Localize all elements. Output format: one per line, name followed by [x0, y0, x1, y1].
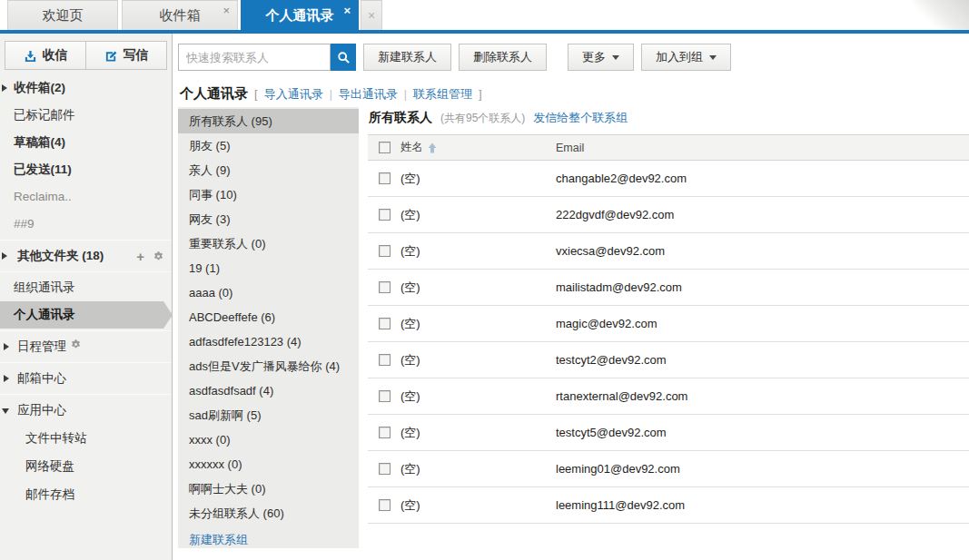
- folder-inbox[interactable]: 收件箱(2): [0, 74, 172, 102]
- row-checkbox[interactable]: [379, 390, 391, 402]
- table-row[interactable]: (空) testcyt2@dev92.com: [368, 342, 969, 378]
- group-item-all-contacts[interactable]: 所有联系人 (95): [178, 109, 359, 133]
- tab-inbox[interactable]: 收件箱 ×: [122, 0, 238, 30]
- sidebar-item-mail-center[interactable]: 邮箱中心: [0, 365, 172, 392]
- tab-small[interactable]: ×: [361, 0, 382, 30]
- row-checkbox[interactable]: [379, 354, 391, 366]
- group-item[interactable]: aaaa (0): [178, 280, 359, 305]
- select-all-checkbox[interactable]: [379, 142, 391, 153]
- folder-other-folders[interactable]: 其他文件夹 (18) +: [0, 242, 172, 270]
- row-checkbox[interactable]: [379, 209, 391, 221]
- group-item[interactable]: 19 (1): [178, 256, 359, 280]
- sidebar-item-mail-archive[interactable]: 邮件存档: [0, 480, 172, 508]
- nav-label: 网络硬盘: [25, 459, 74, 473]
- send-to-group-link[interactable]: 发信给整个联系组: [533, 110, 628, 126]
- group-item[interactable]: adfasdfefe123123 (4): [178, 329, 359, 354]
- add-folder-icon[interactable]: +: [136, 250, 144, 263]
- table-row[interactable]: (空) mailistadm@dev92.com: [368, 270, 969, 306]
- table-row[interactable]: (空) rtanexternal@dev92.com: [368, 378, 969, 415]
- group-item[interactable]: 亲人 (9): [178, 158, 359, 182]
- sidebar-item-personal-contacts[interactable]: 个人通讯录: [0, 301, 172, 329]
- sidebar-actions: 收信 写信: [5, 41, 167, 70]
- add-to-group-button[interactable]: 加入到组: [641, 44, 731, 71]
- group-item[interactable]: ABCDeeffefe (6): [178, 305, 359, 329]
- sidebar-item-net-disk[interactable]: 网络硬盘: [0, 452, 172, 480]
- row-checkbox[interactable]: [379, 245, 391, 257]
- search-input[interactable]: [178, 44, 331, 71]
- folder-sent[interactable]: 已发送(11): [0, 156, 172, 183]
- table-row[interactable]: (空) leeming111@dev92.com: [368, 487, 969, 524]
- table-row[interactable]: (空) testcyt5@dev92.com: [368, 415, 969, 451]
- group-item[interactable]: 网友 (3): [178, 207, 359, 231]
- group-item[interactable]: xxxxxx (0): [178, 452, 359, 476]
- new-group-link[interactable]: 新建联系组: [189, 532, 248, 548]
- nav-label: 日程管理: [17, 339, 66, 353]
- more-button[interactable]: 更多: [568, 44, 634, 71]
- webmail-window: 欢迎页 收件箱 × 个人通讯录 × × 收信 写信: [0, 0, 969, 560]
- page-title: 个人通讯录: [180, 85, 248, 103]
- settings-gear-icon[interactable]: [70, 339, 82, 350]
- folder-reclaima[interactable]: Reclaima..: [0, 183, 172, 211]
- nav-label: 个人通讯录: [14, 308, 75, 321]
- table-row[interactable]: (空) leeming01@dev92.com: [368, 451, 969, 487]
- group-item[interactable]: 未分组联系人 (60): [178, 501, 359, 526]
- tab-welcome[interactable]: 欢迎页: [7, 0, 118, 30]
- column-name-label: 姓名: [400, 140, 423, 155]
- settings-gear-icon[interactable]: [153, 251, 164, 262]
- expand-icon[interactable]: [2, 252, 7, 260]
- divider: [0, 394, 172, 395]
- table-row[interactable]: (空) vxiecsa@dev92.com: [368, 233, 969, 270]
- folder-hash9[interactable]: ##9: [0, 211, 172, 238]
- export-contacts-link[interactable]: 导出通讯录: [339, 86, 398, 103]
- sidebar-item-app-center[interactable]: 应用中心: [0, 397, 172, 424]
- receive-mail-button[interactable]: 收信: [5, 41, 86, 70]
- compose-icon: [104, 49, 118, 63]
- new-contact-button[interactable]: 新建联系人: [363, 44, 451, 71]
- collapse-icon[interactable]: [2, 408, 9, 414]
- corner-decoration: [913, 0, 969, 30]
- tab-close-icon[interactable]: ×: [343, 5, 351, 16]
- button-label: 新建联系人: [378, 49, 437, 65]
- table-row[interactable]: (空) 222dgvdf@dev92.com: [368, 197, 969, 233]
- expand-icon[interactable]: [4, 375, 9, 382]
- folder-label: Reclaima..: [14, 190, 72, 203]
- sidebar-item-org-contacts[interactable]: 组织通讯录: [0, 274, 172, 301]
- row-checkbox[interactable]: [379, 499, 391, 511]
- row-checkbox[interactable]: [379, 172, 391, 184]
- group-item[interactable]: ads但是V发广播风暴给你 (4): [178, 354, 359, 378]
- row-checkbox[interactable]: [379, 427, 391, 438]
- group-item[interactable]: 啊啊士大夫 (0): [178, 476, 359, 501]
- group-item[interactable]: 朋友 (5): [178, 133, 359, 158]
- tab-close-icon[interactable]: ×: [368, 10, 375, 22]
- search-button[interactable]: [331, 44, 356, 71]
- contacts-pane: 所有联系人 (共有95个联系人) 发信给整个联系组 姓名 Email (空) c…: [368, 107, 969, 524]
- expand-icon[interactable]: [4, 343, 9, 350]
- row-checkbox[interactable]: [379, 281, 391, 293]
- nav-label: 组织通讯录: [14, 280, 75, 294]
- row-checkbox[interactable]: [379, 318, 391, 329]
- table-row[interactable]: (空) changable2@dev92.com: [368, 161, 969, 197]
- nav-label: 邮箱中心: [17, 371, 66, 385]
- group-item[interactable]: 重要联系人 (0): [178, 231, 359, 256]
- column-header-name[interactable]: 姓名: [400, 140, 556, 155]
- contact-name: (空): [400, 243, 556, 260]
- delete-contact-button[interactable]: 删除联系人: [459, 44, 547, 71]
- compose-mail-button[interactable]: 写信: [85, 41, 167, 70]
- group-item[interactable]: xxxx (0): [178, 427, 359, 452]
- table-row[interactable]: (空) magic@dev92.com: [368, 306, 969, 342]
- contact-name: (空): [400, 497, 556, 514]
- column-header-email[interactable]: Email: [556, 142, 969, 154]
- sidebar-item-file-transfer[interactable]: 文件中转站: [0, 424, 172, 452]
- folder-flagged[interactable]: 已标记邮件: [0, 102, 172, 129]
- tab-personal-contacts[interactable]: 个人通讯录 ×: [241, 0, 359, 30]
- row-checkbox[interactable]: [379, 463, 391, 475]
- folder-drafts[interactable]: 草稿箱(4): [0, 129, 172, 156]
- expand-icon[interactable]: [2, 84, 7, 92]
- sidebar-item-calendar[interactable]: 日程管理: [0, 333, 172, 360]
- group-item[interactable]: 同事 (10): [178, 182, 359, 207]
- import-contacts-link[interactable]: 导入通讯录: [264, 86, 323, 103]
- group-item[interactable]: sad刷新啊 (5): [178, 403, 359, 427]
- tab-close-icon[interactable]: ×: [222, 5, 230, 16]
- group-item[interactable]: asdfasdfsadf (4): [178, 378, 359, 403]
- manage-groups-link[interactable]: 联系组管理: [413, 86, 472, 103]
